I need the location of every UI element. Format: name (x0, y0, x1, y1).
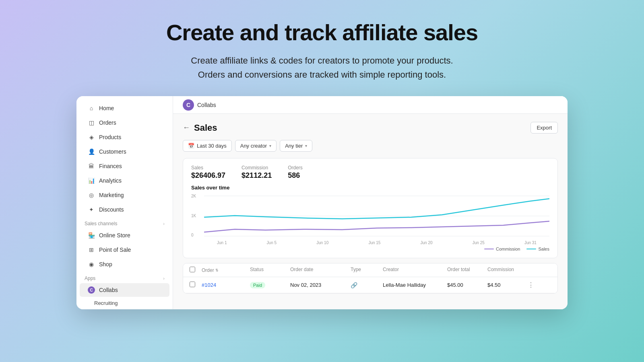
chart-x-labels: Jun 1 Jun 5 Jun 10 Jun 15 Jun 20 Jun 25 … (204, 240, 549, 245)
sidebar-label-collabs: Collabs (99, 287, 118, 293)
hero-subtitle-line1: Create affiliate links & codes for creat… (191, 56, 453, 66)
stats-card: Sales $26406.97 Commission $2112.21 Orde… (183, 158, 558, 258)
hero-title: Create and track affiliate sales (0, 19, 644, 45)
chart-legend: Commission Sales (191, 247, 549, 251)
orders-label: Orders (288, 165, 303, 171)
commission-legend-line (484, 249, 494, 249)
th-order-date: Order date (290, 267, 351, 274)
sales-label: Sales (191, 165, 225, 171)
stats-row: Sales $26406.97 Commission $2112.21 Orde… (191, 165, 549, 180)
sidebar-item-shop[interactable]: ◉ Shop (80, 257, 169, 271)
orders-value: 586 (288, 171, 303, 180)
sidebar-item-analytics[interactable]: 📊 Analytics (80, 174, 169, 187)
page-header: ← Sales Export (183, 122, 558, 134)
row-order-date: Nov 02, 2023 (290, 282, 351, 288)
select-all-checkbox[interactable] (190, 267, 195, 272)
collabs-icon: C (88, 286, 95, 294)
discounts-icon: ✦ (88, 206, 95, 213)
commission-value: $2112.21 (242, 171, 272, 180)
creator-chevron-icon: ▾ (269, 144, 271, 148)
row-creator: Lella-Mae Halliday (383, 282, 447, 288)
calendar-icon: 📅 (188, 143, 194, 149)
finances-icon: 🏛 (88, 162, 95, 170)
page-title: Sales (194, 123, 217, 133)
sidebar-item-point-of-sale[interactable]: ⊞ Point of Sale (80, 243, 169, 257)
sidebar-label-shop: Shop (99, 261, 112, 267)
analytics-icon: 📊 (88, 177, 95, 184)
sidebar-item-collabs[interactable]: C Collabs (80, 283, 169, 297)
chart-y-axis: 2K 1K 0 (191, 194, 201, 238)
sidebar-label-customers: Customers (99, 148, 126, 155)
sidebar-item-discounts[interactable]: ✦ Discounts (80, 203, 169, 216)
sidebar-item-marketing[interactable]: ◎ Marketing (80, 188, 169, 202)
chart-body: Jun 1 Jun 5 Jun 10 Jun 15 Jun 20 Jun 25 … (204, 194, 549, 245)
tier-chevron-icon: ▾ (305, 144, 307, 148)
row-order-total: $45.00 (447, 282, 487, 288)
sidebar-label-marketing: Marketing (99, 192, 124, 198)
link-type-icon: 🔗 (351, 282, 357, 288)
orders-icon: ◫ (88, 119, 95, 126)
products-icon: ◈ (88, 134, 95, 141)
date-filter[interactable]: 📅 Last 30 days (183, 140, 232, 152)
sidebar-item-finances[interactable]: 🏛 Finances (80, 159, 169, 173)
tier-filter-label: Any tier (285, 143, 303, 149)
th-status: Status (250, 267, 290, 274)
sidebar-label-analytics: Analytics (99, 177, 122, 184)
sidebar-item-customers[interactable]: 👤 Customers (80, 145, 169, 158)
app-window: ⌂ Home ◫ Orders ◈ Products 👤 Customers 🏛… (76, 96, 568, 309)
status-badge: Paid (250, 282, 265, 288)
sidebar-item-orders[interactable]: ◫ Orders (80, 116, 169, 130)
row-checkbox[interactable] (190, 282, 202, 288)
sidebar-item-products[interactable]: ◈ Products (80, 130, 169, 144)
back-button[interactable]: ← (183, 123, 190, 132)
main-content: C Collabs ← Sales Export 📅 Last 30 days (173, 96, 568, 309)
table-row: #1024 Paid Nov 02, 2023 🔗 Lella-Mae Hall… (183, 277, 557, 293)
chart-title: Sales over time (191, 185, 549, 191)
apps-section: Apps › (76, 272, 173, 283)
sidebar-label-finances: Finances (99, 163, 122, 169)
sidebar-item-online-store[interactable]: 🏪 Online Store (80, 228, 169, 242)
sidebar-subitem-recruiting[interactable]: Recruiting (80, 298, 169, 309)
th-creator: Creator (383, 267, 447, 274)
th-actions (528, 267, 540, 274)
orders-table: Order ⇅ Status Order date Type Creator O… (183, 263, 558, 294)
chart-container: 2K 1K 0 (191, 194, 549, 245)
online-store-icon: 🏪 (88, 232, 95, 239)
page-content: ← Sales Export 📅 Last 30 days Any creato… (173, 114, 568, 309)
creator-filter-label: Any creator (240, 143, 267, 149)
sidebar-label-products: Products (99, 134, 121, 140)
table-header: Order ⇅ Status Order date Type Creator O… (183, 263, 557, 277)
marketing-icon: ◎ (88, 191, 95, 199)
hero-section: Create and track affiliate sales Create … (0, 0, 644, 96)
th-commission: Commission (487, 267, 528, 274)
home-icon: ⌂ (88, 105, 95, 112)
sidebar-label-home: Home (99, 105, 114, 111)
row-commission: $4.50 (487, 282, 528, 288)
chart-svg (204, 194, 549, 238)
apps-chevron: › (163, 276, 165, 281)
row-actions-menu[interactable]: ⋮ (528, 281, 540, 289)
sidebar: ⌂ Home ◫ Orders ◈ Products 👤 Customers 🏛… (76, 96, 173, 309)
row-select-checkbox[interactable] (190, 282, 195, 287)
sidebar-label-orders: Orders (99, 119, 116, 126)
th-type: Type (351, 267, 383, 274)
th-order[interactable]: Order ⇅ (202, 267, 250, 274)
collabs-tab-icon: C (183, 99, 194, 111)
page-title-row: ← Sales (183, 123, 217, 133)
collabs-tab-label: Collabs (197, 102, 216, 108)
orders-stat: Orders 586 (288, 165, 303, 180)
sales-legend-line (526, 249, 536, 249)
row-status: Paid (250, 282, 290, 288)
export-button[interactable]: Export (530, 122, 558, 134)
sales-stat: Sales $26406.97 (191, 165, 225, 180)
sidebar-item-home[interactable]: ⌂ Home (80, 101, 169, 115)
customers-icon: 👤 (88, 148, 95, 155)
sidebar-label-pos: Point of Sale (99, 247, 131, 253)
tier-filter[interactable]: Any tier ▾ (280, 140, 312, 152)
hero-subtitle: Create affiliate links & codes for creat… (0, 53, 644, 82)
filters-row: 📅 Last 30 days Any creator ▾ Any tier ▾ (183, 140, 558, 152)
row-order[interactable]: #1024 (202, 282, 250, 288)
sales-channels-chevron: › (163, 221, 165, 226)
creator-filter[interactable]: Any creator ▾ (235, 140, 277, 152)
sort-icon: ⇅ (215, 268, 219, 272)
